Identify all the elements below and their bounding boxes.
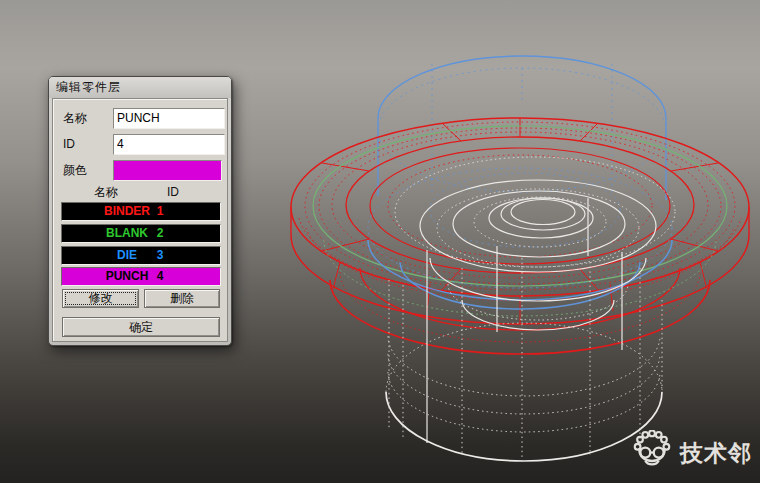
watermark: 技术邻 [629,430,752,477]
modify-button[interactable]: 修改 [62,289,139,308]
viewport-background: 编辑零件层 名称 ID 颜色 名称 ID BINDER 1 BLANK 2 DI… [0,0,760,483]
dialog-title[interactable]: 编辑零件层 [49,77,231,98]
id-input[interactable] [113,134,225,155]
color-label: 颜色 [63,160,87,180]
delete-button[interactable]: 删除 [144,289,220,308]
edit-part-layer-dialog: 编辑零件层 名称 ID 颜色 名称 ID BINDER 1 BLANK 2 DI… [48,76,232,346]
ok-button[interactable]: 确定 [62,317,220,337]
layer-id: 3 [150,247,170,264]
die-mid-wireframe [368,168,672,309]
list-header-name: 名称 [77,185,135,199]
gear-face-logo [629,430,675,477]
color-swatch[interactable] [113,160,222,181]
layer-row-blank[interactable]: BLANK 2 [61,224,221,243]
layer-row-punch-selected[interactable]: PUNCH 4 [61,267,221,286]
dialog-body: 名称 ID 颜色 名称 ID BINDER 1 BLANK 2 DIE 3 PU… [52,98,228,342]
layer-row-binder[interactable]: BINDER 1 [61,202,221,221]
layer-name: BLANK [62,225,192,242]
name-label: 名称 [63,108,87,128]
layer-row-die[interactable]: DIE 3 [61,246,221,265]
layer-id: 4 [150,268,170,285]
layer-id: 1 [150,203,170,220]
watermark-text: 技术邻 [680,438,752,469]
list-header-id: ID [161,185,185,199]
id-label: ID [63,134,75,154]
layer-name: DIE [62,247,192,264]
layer-id: 2 [150,225,170,242]
layer-name: BINDER [62,203,192,220]
layer-name: PUNCH [62,268,192,285]
name-input[interactable] [113,108,225,129]
